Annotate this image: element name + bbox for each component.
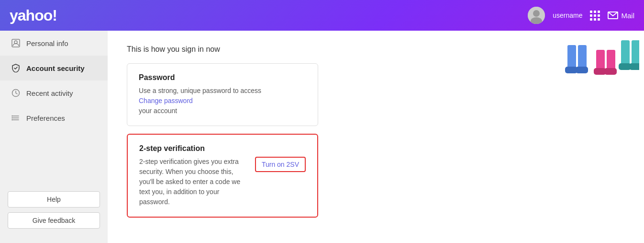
figure-group [553,31,639,88]
clock-icon [11,88,21,98]
sidebar-label-account-security: Account security [26,64,85,72]
page-layout: Personal info Account security Recent ac… [0,31,644,243]
shield-icon [11,63,21,73]
svg-rect-22 [632,40,639,67]
password-card-title: Password [139,73,306,82]
decorative-illustration [553,31,639,83]
svg-rect-14 [578,45,587,69]
twosvcard-title: 2-step verification [139,144,306,153]
sidebar-item-personal-info[interactable]: Personal info [0,31,108,56]
sidebar-bottom: Help Give feedback [0,186,108,233]
list-icon [11,113,21,123]
svg-point-10 [11,116,12,116]
sidebar-label-preferences: Preferences [26,114,65,122]
mail-icon [608,12,618,19]
svg-point-12 [11,119,12,120]
apps-grid-icon[interactable] [590,11,600,21]
svg-rect-13 [567,45,576,69]
mail-label: Mail [621,12,634,20]
change-password-link[interactable]: Change password [139,97,193,104]
password-card-body: Use a strong, unique password to access … [139,86,306,116]
sidebar-item-account-security[interactable]: Account security [0,56,108,81]
sidebar-label-personal-info: Personal info [26,39,68,47]
header-right: username Mail [528,7,634,24]
password-text-before-link: Use a strong, unique password to access [139,87,261,94]
svg-point-5 [14,41,17,44]
illustration [548,31,644,88]
svg-point-11 [11,117,12,118]
sidebar: Personal info Account security Recent ac… [0,31,108,243]
mail-button[interactable]: Mail [608,12,634,20]
sidebar-item-recent-activity[interactable]: Recent activity [0,81,108,105]
svg-rect-16 [576,67,588,73]
svg-rect-21 [621,40,630,67]
main-content: This is how you sign in now Password Use… [108,31,644,243]
sidebar-label-recent-activity: Recent activity [26,89,73,97]
svg-rect-20 [604,68,617,75]
password-text-after-link: your account [139,107,177,115]
two-step-verification-card: 2-step verification 2-step verification … [127,134,318,218]
twosvcard-text: 2-step verification gives you extra secu… [139,157,247,207]
turn-on-2sv-button[interactable]: Turn on 2SV [255,157,306,172]
svg-rect-24 [629,63,639,70]
person-icon [11,38,21,48]
twosvcard-body: 2-step verification gives you extra secu… [139,157,306,207]
give-feedback-button[interactable]: Give feedback [8,212,100,229]
password-card-text: Use a strong, unique password to access … [139,86,306,116]
section-title: This is how you sign in now [127,45,471,54]
header: yahoo! username Mail [0,0,644,31]
sidebar-item-preferences[interactable]: Preferences [0,105,108,130]
username-label: username [553,12,582,19]
svg-point-1 [533,10,540,17]
avatar[interactable] [528,7,545,24]
main-inner: This is how you sign in now Password Use… [108,31,490,240]
help-button[interactable]: Help [8,191,100,208]
password-card: Password Use a strong, unique password t… [127,63,318,126]
yahoo-logo: yahoo! [10,7,57,24]
